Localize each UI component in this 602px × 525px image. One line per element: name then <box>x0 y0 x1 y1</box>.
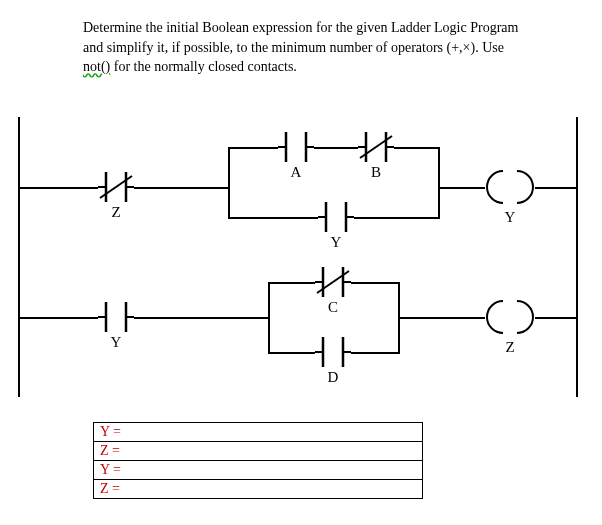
wire <box>228 147 278 149</box>
wire <box>351 282 400 284</box>
problem-statement: Determine the initial Boolean expression… <box>83 18 564 77</box>
ladder-diagram: Z A B Y <box>18 117 578 397</box>
nc-contact-icon <box>358 132 394 162</box>
contact-label: D <box>315 369 351 386</box>
answer-row-z2[interactable]: Z = <box>94 479 423 498</box>
no-contact-icon <box>278 132 314 162</box>
contact-label: A <box>278 164 314 181</box>
wire <box>268 282 270 354</box>
coil-label: Y <box>485 209 535 226</box>
wire <box>134 317 268 319</box>
wire <box>398 317 485 319</box>
contact-a-no: A <box>278 132 314 162</box>
wire <box>268 352 315 354</box>
contact-label: C <box>315 299 351 316</box>
contact-y2-no: Y <box>98 302 134 332</box>
nc-contact-icon <box>98 172 134 202</box>
no-contact-icon <box>315 337 351 367</box>
wire <box>228 147 230 219</box>
coil-label: Z <box>485 339 535 356</box>
wire <box>351 352 400 354</box>
contact-b-nc: B <box>358 132 394 162</box>
contact-label: B <box>358 164 394 181</box>
contact-c-nc: C <box>315 267 351 297</box>
wire <box>18 317 98 319</box>
wire <box>535 187 578 189</box>
coil-icon <box>485 169 535 205</box>
contact-label: Y <box>318 234 354 251</box>
wire <box>354 217 440 219</box>
answer-table: Y = Z = Y = Z = <box>93 422 423 499</box>
answer-row-y1[interactable]: Y = <box>94 422 423 441</box>
contact-label: Z <box>98 204 134 221</box>
wire <box>394 147 440 149</box>
problem-not-keyword: not() <box>83 59 110 74</box>
contact-y-no: Y <box>318 202 354 232</box>
no-contact-icon <box>98 302 134 332</box>
problem-line-2c: for the normally closed contacts. <box>110 59 297 74</box>
wire <box>438 147 440 219</box>
wire <box>134 187 228 189</box>
answer-row-y2[interactable]: Y = <box>94 460 423 479</box>
coil-z: Z <box>485 299 535 335</box>
contact-z-nc: Z <box>98 172 134 202</box>
answer-row-z1[interactable]: Z = <box>94 441 423 460</box>
problem-line-1: Determine the initial Boolean expression… <box>83 20 518 35</box>
coil-y: Y <box>485 169 535 205</box>
wire <box>535 317 578 319</box>
coil-icon <box>485 299 535 335</box>
contact-label: Y <box>98 334 134 351</box>
wire <box>18 187 98 189</box>
wire <box>228 217 318 219</box>
nc-contact-icon <box>315 267 351 297</box>
problem-line-2a: and simplify it, if possible, to the min… <box>83 40 504 55</box>
contact-d-no: D <box>315 337 351 367</box>
wire <box>314 147 358 149</box>
no-contact-icon <box>318 202 354 232</box>
wire <box>268 282 315 284</box>
wire <box>438 187 485 189</box>
